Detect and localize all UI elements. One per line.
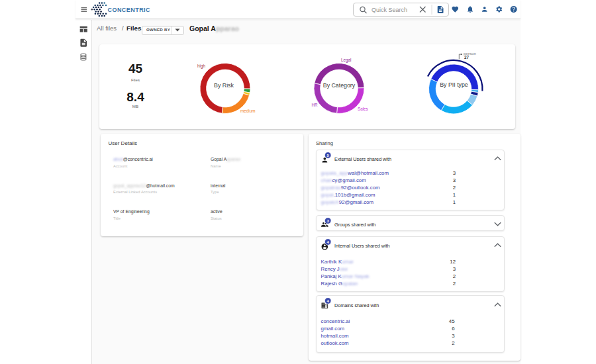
svg-text:Quick Search: Quick Search bbox=[372, 6, 407, 13]
svg-text:high: high bbox=[197, 64, 205, 69]
svg-text:CONCENTRIC: CONCENTRIC bbox=[108, 7, 151, 13]
svg-text:HR: HR bbox=[312, 103, 319, 107]
svg-text:By PII type: By PII type bbox=[440, 81, 468, 88]
svg-text:medium: medium bbox=[240, 109, 255, 113]
svg-text:27: 27 bbox=[464, 55, 470, 60]
svg-text:Sales: Sales bbox=[358, 107, 368, 111]
svg-text:By Category: By Category bbox=[323, 82, 356, 89]
svg-text:Legal: Legal bbox=[341, 58, 351, 63]
svg-text:By Risk: By Risk bbox=[214, 82, 234, 89]
